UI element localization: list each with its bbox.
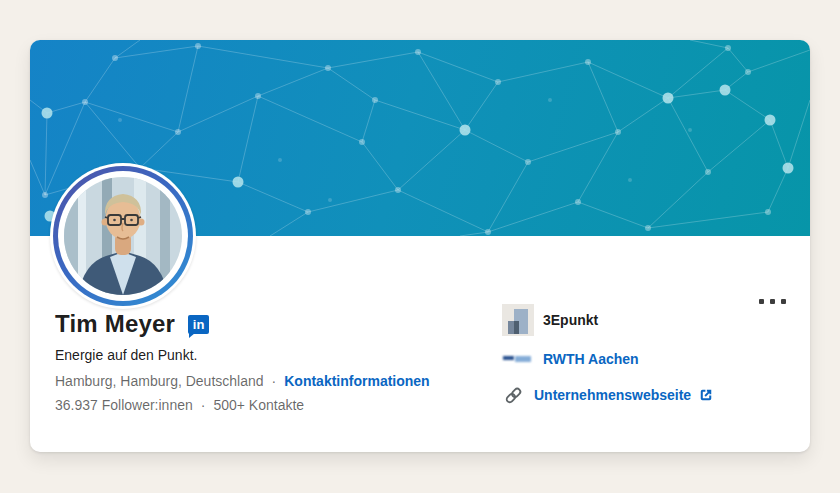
link-icon	[502, 384, 524, 406]
profile-name: Tim Meyer	[55, 310, 175, 339]
avatar-portrait	[64, 177, 182, 295]
company-logo-3epunkt	[502, 304, 534, 336]
profile-summary: Tim Meyer in Energie auf den Punkt. Hamb…	[55, 310, 505, 413]
affiliations-panel: 3Epunkt RWTH Aachen Unternehmenswebseite	[502, 304, 792, 406]
company-website-row[interactable]: Unternehmenswebseite	[502, 384, 792, 406]
education-row[interactable]: RWTH Aachen	[502, 351, 792, 367]
followers-count: 36.937 Follower:innen	[55, 397, 193, 413]
current-company-row[interactable]: 3Epunkt	[502, 304, 792, 336]
contacts-count[interactable]: 500+ Kontakte	[213, 397, 304, 413]
profile-card: Tim Meyer in Energie auf den Punkt. Hamb…	[30, 40, 810, 452]
contact-info-link[interactable]: Kontaktinformationen	[284, 373, 429, 389]
website-link[interactable]: Unternehmenswebseite	[534, 387, 691, 403]
company-name: 3Epunkt	[543, 312, 598, 328]
university-logo-rwth	[502, 352, 534, 366]
profile-photo[interactable]	[50, 163, 196, 309]
profile-photo-ring	[53, 166, 193, 306]
external-link-icon	[699, 388, 713, 402]
separator-dot: ·	[201, 397, 206, 413]
separator-dot: ·	[272, 373, 277, 389]
profile-photo-inner-ring	[58, 171, 188, 301]
profile-tagline: Energie auf den Punkt.	[55, 347, 505, 363]
avatar	[64, 177, 182, 295]
university-name: RWTH Aachen	[543, 351, 639, 367]
linkedin-badge-icon: in	[188, 315, 209, 334]
profile-location: Hamburg, Hamburg, Deutschland	[55, 373, 264, 389]
more-ellipsis-icon	[759, 299, 764, 304]
